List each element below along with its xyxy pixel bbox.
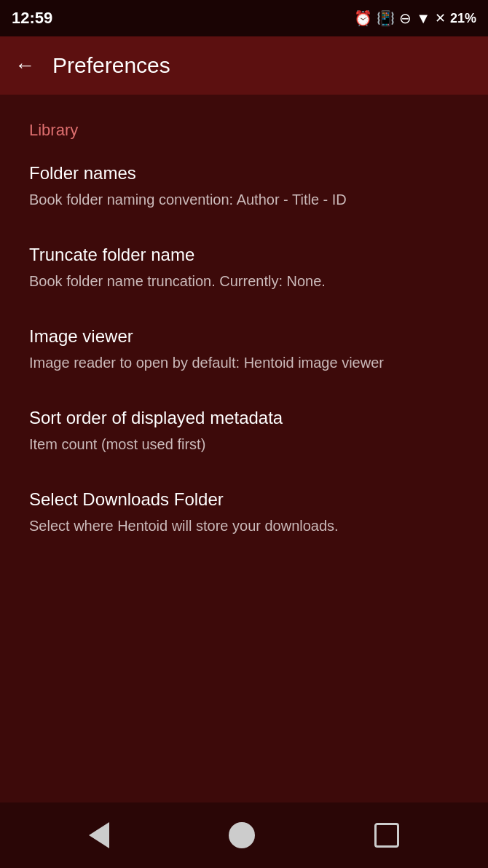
truncate-folder-subtitle: Book folder name truncation. Currently: … (29, 271, 459, 291)
folder-names-subtitle: Book folder naming convention: Author - … (29, 189, 459, 210)
wifi-icon: ▼ (416, 10, 430, 27)
folder-names-title: Folder names (29, 163, 459, 184)
page-title: Preferences (52, 53, 170, 78)
preference-folder-names[interactable]: Folder names Book folder naming conventi… (0, 146, 488, 227)
nav-home-button[interactable] (229, 822, 255, 848)
status-icons: ⏰ 📳 ⊖ ▼ ✕ 21% (354, 9, 476, 27)
status-time: 12:59 (12, 9, 52, 28)
app-bar: ← Preferences (0, 36, 488, 95)
truncate-folder-title: Truncate folder name (29, 245, 459, 265)
image-viewer-title: Image viewer (29, 326, 459, 347)
battery-text: 21% (450, 11, 476, 26)
downloads-folder-subtitle: Select where Hentoid will store your dow… (29, 516, 459, 536)
signal-icon: ✕ (435, 10, 446, 26)
section-library-header: Library (0, 109, 488, 146)
downloads-folder-title: Select Downloads Folder (29, 489, 459, 510)
status-bar: 12:59 ⏰ 📳 ⊖ ▼ ✕ 21% (0, 0, 488, 36)
back-button[interactable]: ← (15, 54, 35, 77)
vibrate-icon: 📳 (377, 9, 395, 27)
alarm-icon: ⏰ (354, 9, 372, 27)
preference-truncate-folder[interactable]: Truncate folder name Book folder name tr… (0, 227, 488, 309)
preference-image-viewer[interactable]: Image viewer Image reader to open by def… (0, 309, 488, 390)
nav-recent-button[interactable] (374, 823, 399, 848)
sort-order-subtitle: Item count (most used first) (29, 434, 459, 454)
preferences-content: Library Folder names Book folder naming … (0, 95, 488, 553)
preference-sort-order[interactable]: Sort order of displayed metadata Item co… (0, 390, 488, 472)
nav-bar (0, 802, 488, 868)
block-icon: ⊖ (399, 9, 412, 27)
sort-order-title: Sort order of displayed metadata (29, 408, 459, 428)
image-viewer-subtitle: Image reader to open by default: Hentoid… (29, 352, 459, 373)
preference-downloads-folder[interactable]: Select Downloads Folder Select where Hen… (0, 472, 488, 553)
nav-back-button[interactable] (89, 822, 109, 848)
